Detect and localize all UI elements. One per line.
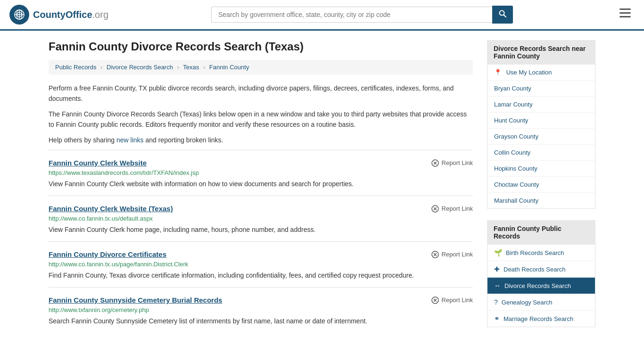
breadcrumb-public-records[interactable]: Public Records: [55, 64, 96, 71]
nearby-county-hunt[interactable]: Hunt County: [487, 113, 595, 129]
nearby-county-hopkins[interactable]: Hopkins County: [487, 161, 595, 177]
public-records-list: 🌱 Birth Records Search ✚ Death Records S…: [487, 245, 595, 327]
nearby-county-bryan[interactable]: Bryan County: [487, 81, 595, 97]
result-header-3: Fannin County Sunnyside Cemetery Burial …: [49, 296, 473, 304]
description-1: Perform a free Fannin County, TX public …: [49, 83, 473, 104]
result-url-0[interactable]: https://www.texaslandrecords.com/txlr/TX…: [49, 169, 473, 176]
report-link-btn-2[interactable]: Report Link: [431, 250, 473, 259]
report-link-btn-3[interactable]: Report Link: [431, 296, 473, 304]
nearby-section-title: Divorce Records Search near Fannin Count…: [487, 40, 595, 65]
result-desc-3: Search Fannin County Sunnyside Cemetery …: [49, 316, 473, 326]
result-title-1[interactable]: Fannin County Clerk Website (Texas): [49, 205, 173, 213]
divorce-icon: ↔: [494, 282, 501, 289]
result-desc-2: Find Fannin County, Texas divorce certif…: [49, 271, 473, 280]
results-container: Fannin County Clerk Website Report Link …: [49, 150, 473, 333]
result-title-3[interactable]: Fannin County Sunnyside Cemetery Burial …: [49, 296, 222, 304]
logo-area: CountyOffice.org: [9, 5, 108, 25]
report-link-btn-0[interactable]: Report Link: [431, 159, 473, 167]
marriage-icon: ⚭: [494, 315, 500, 322]
search-button[interactable]: [492, 6, 513, 24]
report-icon-1: [431, 205, 439, 213]
logo-text: CountyOffice.org: [33, 9, 108, 20]
report-icon-2: [431, 250, 439, 259]
svg-rect-10: [619, 16, 631, 17]
report-link-btn-1[interactable]: Report Link: [431, 205, 473, 213]
result-desc-1: View Fannin County Clerk home page, incl…: [49, 225, 473, 235]
result-url-1[interactable]: http://www.co.fannin.tx.us/default.aspx: [49, 215, 473, 222]
nearby-counties-list: 📍 Use My Location Bryan County Lamar Cou…: [487, 65, 595, 209]
hamburger-icon: [619, 8, 631, 18]
result-card-0: Fannin County Clerk Website Report Link …: [49, 150, 473, 196]
nearby-section: Divorce Records Search near Fannin Count…: [487, 40, 595, 209]
content-wrapper: Fannin County Divorce Records Search (Te…: [39, 31, 605, 348]
search-icon: [499, 10, 506, 17]
new-links-link[interactable]: new links: [116, 136, 144, 144]
svg-rect-8: [619, 8, 631, 10]
birth-icon: 🌱: [494, 249, 502, 256]
result-card-2: Fannin County Divorce Certificates Repor…: [49, 241, 473, 287]
use-my-location-link[interactable]: 📍 Use My Location: [487, 65, 595, 80]
use-my-location-item[interactable]: 📍 Use My Location: [487, 65, 595, 81]
breadcrumb-fannin[interactable]: Fannin County: [209, 64, 249, 71]
breadcrumb: Public Records › Divorce Records Search …: [49, 60, 473, 74]
logo-icon: [9, 5, 29, 25]
pub-rec-death[interactable]: ✚ Death Records Search: [487, 261, 595, 278]
public-records-section-title: Fannin County Public Records: [487, 220, 595, 245]
svg-line-7: [504, 15, 506, 17]
result-url-3[interactable]: http://www.txfannin.org/cemetery.php: [49, 306, 473, 313]
description-2: The Fannin County Divorce Records Search…: [49, 109, 473, 130]
result-header-0: Fannin County Clerk Website Report Link: [49, 159, 473, 167]
pub-rec-marriage[interactable]: ⚭ Marriage Records Search: [487, 311, 595, 327]
public-records-section: Fannin County Public Records 🌱 Birth Rec…: [487, 220, 595, 327]
page-title: Fannin County Divorce Records Search (Te…: [49, 40, 473, 53]
death-icon: ✚: [494, 265, 500, 273]
report-icon-0: [431, 159, 439, 167]
result-url-2[interactable]: http://www.co.fannin.tx.us/page/fannin.D…: [49, 261, 473, 268]
result-header-2: Fannin County Divorce Certificates Repor…: [49, 250, 473, 259]
report-icon-3: [431, 296, 439, 304]
pub-rec-divorce[interactable]: ↔ Divorce Records Search: [487, 278, 595, 294]
pub-rec-birth[interactable]: 🌱 Birth Records Search: [487, 245, 595, 261]
hamburger-menu-button[interactable]: [616, 7, 635, 23]
genealogy-icon: ?: [494, 298, 498, 306]
breadcrumb-texas[interactable]: Texas: [183, 64, 199, 71]
sidebar: Divorce Records Search near Fannin Count…: [487, 40, 595, 338]
location-icon: 📍: [494, 69, 502, 76]
result-title-0[interactable]: Fannin County Clerk Website: [49, 159, 147, 167]
pub-rec-genealogy[interactable]: ? Genealogy Search: [487, 294, 595, 311]
result-card-1: Fannin County Clerk Website (Texas) Repo…: [49, 196, 473, 241]
result-header-1: Fannin County Clerk Website (Texas) Repo…: [49, 205, 473, 213]
breadcrumb-divorce-records[interactable]: Divorce Records Search: [107, 64, 173, 71]
search-bar-area: [211, 6, 513, 24]
nearby-county-marshall[interactable]: Marshall County: [487, 193, 595, 208]
result-card-3: Fannin County Sunnyside Cemetery Burial …: [49, 287, 473, 333]
nearby-county-choctaw[interactable]: Choctaw County: [487, 177, 595, 193]
header: CountyOffice.org: [0, 0, 644, 31]
search-input[interactable]: [211, 7, 492, 23]
nearby-county-collin[interactable]: Collin County: [487, 145, 595, 161]
nearby-county-lamar[interactable]: Lamar County: [487, 97, 595, 113]
svg-rect-9: [619, 12, 631, 14]
result-desc-0: View Fannin County Clerk website with in…: [49, 179, 473, 189]
description-3: Help others by sharing new links and rep…: [49, 135, 473, 145]
main-content: Fannin County Divorce Records Search (Te…: [49, 40, 473, 338]
nearby-county-grayson[interactable]: Grayson County: [487, 129, 595, 145]
result-title-2[interactable]: Fannin County Divorce Certificates: [49, 250, 166, 258]
